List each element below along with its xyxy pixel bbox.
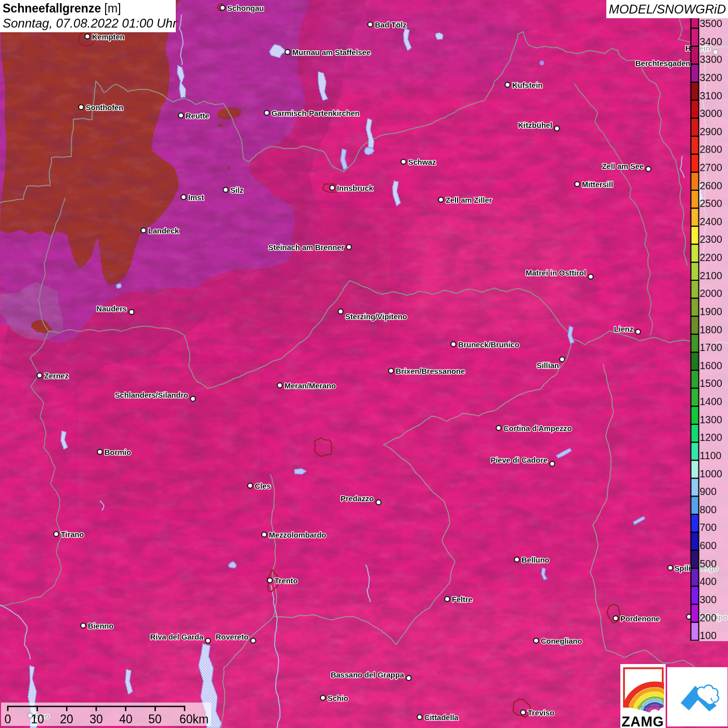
svg-text:Sonthofen: Sonthofen: [86, 103, 123, 112]
svg-text:Steinach am Brenner: Steinach am Brenner: [268, 243, 344, 252]
svg-text:Bruneck/Brunico: Bruneck/Brunico: [458, 341, 519, 349]
svg-text:3300: 3300: [700, 54, 723, 65]
svg-text:Treviso: Treviso: [528, 709, 554, 717]
svg-text:ZAMG: ZAMG: [621, 714, 664, 728]
svg-text:Mittersill: Mittersill: [582, 180, 613, 189]
svg-text:2400: 2400: [700, 216, 723, 227]
svg-text:Pieve di Cadore: Pieve di Cadore: [491, 456, 548, 464]
svg-text:Zell am Ziller: Zell am Ziller: [446, 196, 492, 204]
svg-text:2800: 2800: [700, 144, 723, 155]
svg-text:1200: 1200: [700, 432, 723, 443]
svg-text:Imst: Imst: [188, 193, 204, 202]
svg-text:3000: 3000: [700, 108, 723, 119]
svg-text:1800: 1800: [700, 324, 723, 335]
svg-text:Silz: Silz: [230, 186, 243, 194]
svg-text:Pordenone: Pordenone: [620, 615, 660, 623]
svg-text:Matrei in Osttirol: Matrei in Osttirol: [526, 269, 586, 277]
svg-text:2600: 2600: [700, 180, 723, 191]
svg-text:600: 600: [700, 540, 717, 551]
svg-text:2900: 2900: [700, 126, 723, 137]
svg-text:30: 30: [89, 712, 103, 726]
svg-text:1700: 1700: [700, 342, 723, 353]
svg-text:700: 700: [700, 522, 717, 533]
svg-text:Bassano del Grappa: Bassano del Grappa: [331, 671, 405, 679]
svg-text:500: 500: [700, 558, 717, 569]
svg-text:40: 40: [119, 712, 133, 726]
svg-text:20: 20: [60, 712, 73, 726]
svg-text:Riva del Garda: Riva del Garda: [150, 633, 204, 641]
svg-text:Schlanders/Silandro: Schlanders/Silandro: [115, 391, 188, 399]
svg-text:Meran/Merano: Meran/Merano: [284, 382, 336, 390]
svg-text:Sillian: Sillian: [537, 361, 559, 370]
svg-text:2300: 2300: [700, 233, 723, 245]
svg-text:3100: 3100: [700, 90, 723, 101]
svg-text:Nauders: Nauders: [97, 305, 127, 313]
svg-text:Zernez: Zernez: [44, 372, 69, 380]
svg-text:2100: 2100: [700, 270, 723, 281]
svg-text:Schio: Schio: [328, 694, 348, 703]
svg-text:2500: 2500: [700, 198, 723, 209]
svg-text:Schneefallgrenze [m]: Schneefallgrenze [m]: [3, 2, 121, 15]
svg-text:400: 400: [700, 576, 717, 587]
svg-text:Bormio: Bormio: [105, 448, 131, 457]
svg-text:Cles: Cles: [255, 482, 271, 490]
svg-text:MODEL/SNOWGRiD: MODEL/SNOWGRiD: [609, 2, 726, 16]
svg-text:100: 100: [700, 630, 717, 641]
svg-text:Cittadella: Cittadella: [424, 713, 459, 722]
svg-text:Reutte: Reutte: [186, 112, 209, 120]
svg-text:10: 10: [31, 712, 44, 726]
svg-text:3200: 3200: [700, 72, 723, 83]
svg-text:900: 900: [700, 486, 717, 497]
svg-text:Predazzo: Predazzo: [341, 495, 374, 503]
svg-text:800: 800: [700, 504, 717, 515]
svg-text:Bad Tölz: Bad Tölz: [375, 21, 407, 29]
svg-text:1900: 1900: [700, 306, 723, 317]
svg-text:Garmisch-Partenkirchen: Garmisch-Partenkirchen: [271, 109, 360, 118]
svg-text:1500: 1500: [700, 378, 723, 389]
svg-text:Conegliano: Conegliano: [541, 637, 582, 645]
svg-text:Landeck: Landeck: [148, 227, 179, 235]
svg-text:Kempten: Kempten: [92, 33, 125, 41]
svg-text:1600: 1600: [700, 360, 723, 371]
svg-text:3500: 3500: [700, 18, 723, 29]
svg-text:Cortina d'Ampezzo: Cortina d'Ampezzo: [503, 424, 572, 433]
svg-text:Innsbruck: Innsbruck: [337, 184, 374, 192]
svg-text:Schongau: Schongau: [227, 4, 264, 12]
svg-text:0: 0: [5, 712, 11, 726]
svg-text:1400: 1400: [700, 396, 723, 407]
svg-text:1100: 1100: [700, 450, 722, 461]
svg-text:50: 50: [148, 712, 162, 726]
svg-text:200: 200: [700, 612, 717, 623]
svg-text:Rovereto: Rovereto: [216, 633, 249, 641]
svg-text:Kitzbühel: Kitzbühel: [518, 121, 552, 129]
svg-text:Sonntag, 07.08.2022 01:00 Uhr: Sonntag, 07.08.2022 01:00 Uhr: [3, 16, 177, 30]
svg-text:Bienno: Bienno: [88, 622, 114, 630]
svg-text:Kufstein: Kufstein: [512, 81, 542, 89]
svg-text:1000: 1000: [700, 468, 723, 479]
svg-text:Lienz: Lienz: [614, 325, 633, 333]
svg-text:2700: 2700: [700, 162, 723, 173]
svg-text:Belluno: Belluno: [522, 556, 550, 564]
svg-text:Sterzing/Vipiteno: Sterzing/Vipiteno: [345, 313, 407, 321]
svg-text:2000: 2000: [700, 288, 723, 299]
svg-text:2200: 2200: [700, 252, 723, 263]
svg-text:Schwaz: Schwaz: [408, 158, 436, 166]
svg-text:Zell am See: Zell am See: [602, 162, 644, 171]
svg-text:Trento: Trento: [275, 577, 298, 585]
svg-text:Tirano: Tirano: [61, 530, 84, 539]
svg-text:60km: 60km: [179, 712, 209, 726]
svg-text:Feltre: Feltre: [452, 595, 473, 604]
svg-text:Berchtesgaden: Berchtesgaden: [635, 59, 691, 68]
svg-text:Mezzolombardo: Mezzolombardo: [269, 531, 326, 539]
svg-text:Brixen/Bressanone: Brixen/Bressanone: [396, 367, 465, 375]
svg-text:3400: 3400: [700, 36, 723, 47]
svg-text:1300: 1300: [700, 414, 723, 425]
svg-text:300: 300: [700, 594, 717, 605]
svg-text:Murnau am Staffelsee: Murnau am Staffelsee: [292, 48, 371, 57]
